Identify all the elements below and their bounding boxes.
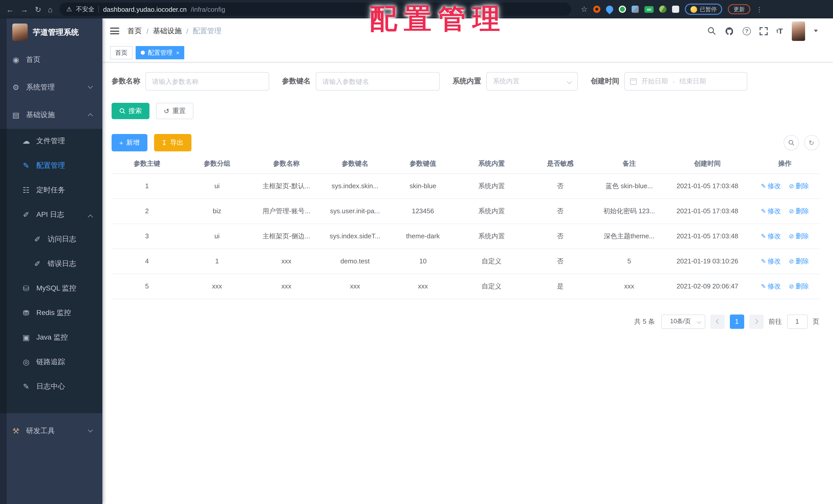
extension-pin-icon[interactable]: [604, 4, 615, 14]
sidebar-item-access-logs[interactable]: ✐ 访问日志: [0, 227, 102, 252]
sidebar-item-log-center[interactable]: ✎ 日志中心: [0, 374, 102, 399]
search-button[interactable]: 搜索: [112, 103, 149, 119]
delete-icon: ⊘: [789, 182, 794, 190]
edit-link[interactable]: ✎修改: [761, 256, 781, 266]
system-builtin-label: 系统内置: [452, 77, 481, 86]
sidebar: 芋道管理系统 ◉ 首页 ⚙ 系统管理 ▤ 基础设施 ☁ 文件管理: [0, 19, 102, 504]
avatar[interactable]: [791, 21, 805, 41]
refresh-table-button[interactable]: ↻: [804, 135, 819, 150]
sidebar-item-mysql-monitor[interactable]: ⛁ MySQL 监控: [0, 276, 102, 301]
chevron-down-icon: [88, 427, 93, 432]
delete-link[interactable]: ⊘删除: [789, 231, 809, 241]
delete-link[interactable]: ⊘删除: [789, 181, 809, 191]
current-page-button[interactable]: 1: [730, 314, 744, 329]
prev-page-button[interactable]: [710, 314, 724, 329]
date-range-picker[interactable]: 开始日期 - 结束日期: [624, 72, 747, 91]
user-menu-caret-icon[interactable]: [813, 30, 818, 32]
sidebar-item-scheduled-tasks[interactable]: ☷︎ 定时任务: [0, 178, 102, 203]
extension-on-badge[interactable]: on: [644, 6, 653, 12]
edit-icon: ✎: [761, 207, 766, 215]
breadcrumb-infrastructure[interactable]: 基础设施: [153, 26, 182, 35]
edit-link[interactable]: ✎修改: [761, 231, 781, 241]
extension-puzzle-icon[interactable]: [632, 6, 639, 13]
browser-update-button[interactable]: 更新: [728, 4, 750, 14]
tab-home[interactable]: 首页: [110, 46, 133, 59]
edit-icon: ✎: [761, 182, 766, 190]
pagination: 共 5 条 10条/页 1 前往 页: [112, 314, 819, 349]
param-name-input[interactable]: [145, 72, 269, 91]
security-label: 不安全: [76, 5, 94, 14]
browser-right-cluster: ☆ on 已暂停 更新 ⋮: [581, 4, 763, 15]
plus-icon: +: [119, 140, 123, 146]
edit-icon: ✎: [761, 282, 766, 290]
close-icon[interactable]: ×: [176, 50, 180, 55]
reload-icon[interactable]: ↻: [35, 5, 41, 13]
browser-menu-icon[interactable]: ⋮: [756, 5, 763, 13]
forward-icon[interactable]: →: [21, 5, 28, 13]
sidebar-item-file-management[interactable]: ☁ 文件管理: [0, 129, 102, 153]
system-builtin-select[interactable]: 系统内置: [486, 72, 578, 91]
breadcrumb-current: 配置管理: [193, 26, 222, 35]
bookmark-star-icon[interactable]: ☆: [581, 5, 588, 14]
sidebar-item-dev-tools[interactable]: ⚒ 研发工具: [0, 417, 102, 445]
sidebar-item-api-logs[interactable]: ✐ API 日志: [0, 203, 102, 227]
paused-extension-pill[interactable]: 已暂停: [685, 4, 722, 15]
delete-icon: ⊘: [789, 282, 794, 290]
add-button[interactable]: + 新增: [112, 134, 147, 151]
delete-link[interactable]: ⊘删除: [789, 281, 809, 291]
delete-link[interactable]: ⊘删除: [789, 206, 809, 216]
collapse-sidebar-icon[interactable]: [110, 28, 119, 34]
extension-green-icon[interactable]: [619, 6, 626, 13]
table-row: 5 xxx xxx xxx xxx 自定义 是 xxx 2021-02-09 2…: [112, 274, 819, 299]
home-icon[interactable]: ⌂: [48, 5, 52, 13]
font-size-icon[interactable]: tT: [777, 27, 783, 35]
fullscreen-icon[interactable]: [760, 27, 768, 35]
reset-button[interactable]: ↺ 重置: [156, 103, 193, 119]
goto-label: 前往: [768, 317, 782, 326]
url-path: /infra/config: [191, 5, 225, 13]
delete-link[interactable]: ⊘删除: [789, 256, 809, 266]
sidebar-item-infrastructure[interactable]: ▤ 基础设施: [0, 101, 102, 129]
config-page: 参数名称 参数键名 系统内置 系统内置: [102, 62, 833, 504]
github-icon[interactable]: [725, 26, 734, 35]
table-row: 3 ui 主框架页-侧边... sys.index.sideT... theme…: [112, 224, 819, 249]
chevron-down-icon: [567, 79, 572, 84]
filter-system-builtin: 系统内置 系统内置: [452, 72, 578, 91]
edit-link[interactable]: ✎修改: [761, 181, 781, 191]
breadcrumb-home[interactable]: 首页: [127, 26, 142, 35]
extension-orange-icon[interactable]: [593, 6, 600, 13]
tab-config-management[interactable]: 配置管理 ×: [136, 46, 185, 59]
search-icon[interactable]: [707, 27, 716, 35]
toggle-search-button[interactable]: [783, 135, 799, 150]
sidebar-item-error-logs[interactable]: ✐ 错误日志: [0, 252, 102, 276]
edit-link[interactable]: ✎修改: [761, 206, 781, 216]
page-unit-label: 页: [812, 317, 819, 326]
back-icon[interactable]: ←: [6, 5, 14, 13]
chevron-up-icon: [88, 215, 93, 220]
delete-icon: ⊘: [789, 257, 794, 264]
config-table: 参数主键 参数分组 参数名称 参数键名 参数键值 系统内置 是否敏感 备注 创建…: [112, 154, 819, 299]
export-button[interactable]: ↧ 导出: [154, 134, 191, 151]
extension-leaf-icon[interactable]: [659, 6, 666, 13]
insecure-warning-icon: ⚠: [66, 6, 72, 13]
java-monitor-icon: ▣: [21, 333, 32, 342]
goto-page-input[interactable]: [787, 314, 807, 329]
extension-puzzle-white-icon[interactable]: [672, 6, 679, 13]
filter-create-time: 创建时间 开始日期 - 结束日期: [591, 72, 747, 91]
sidebar-item-system-management[interactable]: ⚙ 系统管理: [0, 74, 102, 101]
sidebar-item-redis-monitor[interactable]: ⛃ Redis 监控: [0, 301, 102, 325]
edit-link[interactable]: ✎修改: [761, 281, 781, 291]
sidebar-item-trace[interactable]: ◎ 链路追踪: [0, 350, 102, 374]
sidebar-item-config-management[interactable]: ✎ 配置管理: [0, 153, 102, 178]
sidebar-item-java-monitor[interactable]: ▣ Java 监控: [0, 325, 102, 350]
page-size-select[interactable]: 10条/页: [661, 314, 705, 329]
content-column: 首页 / 基础设施 / 配置管理 ?: [102, 19, 833, 504]
app-logo-row[interactable]: 芋道管理系统: [0, 19, 102, 46]
gear-icon: ⚙: [10, 83, 22, 92]
next-page-button[interactable]: [749, 314, 763, 329]
param-key-input[interactable]: [316, 72, 440, 91]
help-icon[interactable]: ?: [743, 27, 751, 35]
sidebar-item-home[interactable]: ◉ 首页: [0, 46, 102, 74]
delete-icon: ⊘: [789, 207, 794, 215]
app-title: 芋道管理系统: [33, 27, 79, 37]
